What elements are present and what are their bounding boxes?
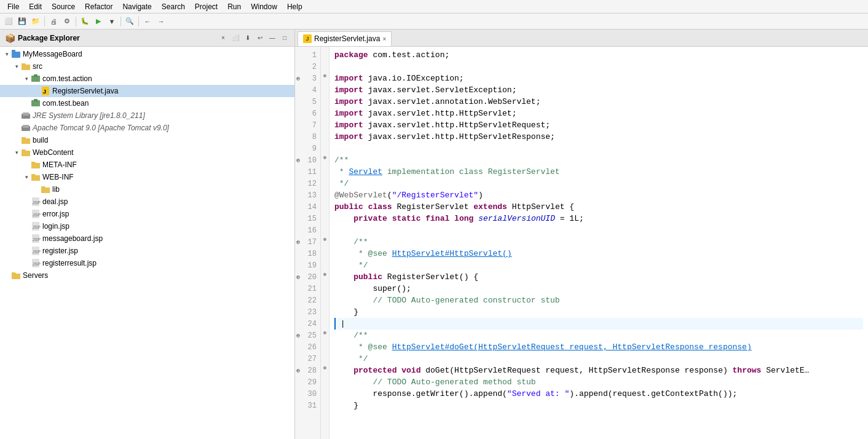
- code-line-14[interactable]: public class RegisterServlet extends Htt…: [334, 201, 863, 213]
- tab-close-button[interactable]: ×: [382, 36, 386, 42]
- code-line-27[interactable]: */: [334, 353, 863, 365]
- code-line-2[interactable]: [334, 61, 863, 73]
- menubar: File Edit Source Refactor Navigate Searc…: [0, 0, 868, 14]
- tree-item-RegisterServlet.java[interactable]: JRegisterServlet.java: [0, 85, 294, 97]
- tree-toggle-WEB-INF[interactable]: ▾: [22, 173, 31, 181]
- line-num-29: 29: [295, 376, 320, 388]
- code-line-22[interactable]: // TODO Auto-generated constructor stub: [334, 295, 863, 306]
- code-line-30[interactable]: response.getWriter().append("Served at: …: [334, 388, 863, 400]
- save-button[interactable]: 💾: [16, 15, 28, 28]
- forward-button[interactable]: →: [155, 15, 167, 28]
- code-line-15[interactable]: private static final long serialVersionU…: [334, 213, 863, 224]
- code-line-4[interactable]: import javax.servlet.ServletException;: [334, 84, 863, 96]
- gutter-5: [321, 93, 329, 105]
- panel-minimize2-button[interactable]: —: [267, 33, 277, 43]
- code-line-16[interactable]: [334, 224, 863, 236]
- code-line-18[interactable]: * @see HttpServlet#HttpServlet(): [334, 248, 863, 259]
- panel-menu-button[interactable]: ⬇: [243, 33, 253, 43]
- tree-item-jre[interactable]: JRE System Library [jre1.8.0_211]: [0, 109, 294, 122]
- tree-toggle-src[interactable]: ▾: [12, 62, 21, 71]
- code-line-26[interactable]: * @see HttpServlet#doGet(HttpServletRequ…: [334, 341, 863, 353]
- new-button[interactable]: ⬜: [2, 15, 15, 28]
- tree-label-META-INF: META-INF: [42, 160, 77, 169]
- search-button[interactable]: 🔍: [124, 15, 136, 28]
- tree-item-WEB-INF[interactable]: ▾WEB-INF: [0, 171, 294, 183]
- code-line-6[interactable]: import javax.servlet.http.HttpServlet;: [334, 108, 863, 119]
- panel-maximize-button[interactable]: □: [280, 33, 290, 43]
- editor-tab-registerservlet[interactable]: J RegisterServlet.java ×: [298, 31, 392, 46]
- tree-item-META-INF[interactable]: META-INF: [0, 159, 294, 171]
- tree-toggle-tomcat: [12, 124, 21, 132]
- line-num-9: 9: [295, 143, 320, 154]
- tree-item-lib[interactable]: lib: [0, 183, 294, 196]
- code-line-3[interactable]: import java.io.IOException;: [334, 73, 863, 84]
- code-line-31[interactable]: }: [334, 400, 863, 411]
- tree-item-login.jsp[interactable]: JSPlogin.jsp: [0, 220, 294, 232]
- menu-search[interactable]: Search: [157, 1, 190, 12]
- save-all-button[interactable]: 📁: [30, 15, 42, 28]
- panel-sync-button[interactable]: ↩: [255, 33, 265, 43]
- tree-item-deal.jsp[interactable]: JSPdeal.jsp: [0, 196, 294, 208]
- tree-item-mymessageboard[interactable]: ▾MyMessageBoard: [0, 48, 294, 60]
- tree-item-com.test.action[interactable]: ▾com.test.action: [0, 73, 294, 85]
- tree-label-deal.jsp: deal.jsp: [42, 197, 68, 206]
- tree-toggle-com.test.bean: [22, 99, 31, 108]
- menu-source[interactable]: Source: [47, 1, 80, 12]
- menu-help[interactable]: Help: [282, 1, 307, 12]
- menu-project[interactable]: Project: [190, 1, 223, 12]
- tree-item-error.jsp[interactable]: JSPerror.jsp: [0, 208, 294, 220]
- code-line-17[interactable]: /**: [334, 236, 863, 248]
- print-button[interactable]: 🖨: [47, 15, 60, 28]
- tree-toggle-WebContent[interactable]: ▾: [12, 148, 21, 157]
- tree-item-Servers[interactable]: Servers: [0, 269, 294, 282]
- code-line-20[interactable]: public RegisterServlet() {: [334, 271, 863, 283]
- panel-collapse-button[interactable]: ⬜: [231, 33, 240, 43]
- code-line-9[interactable]: [334, 143, 863, 154]
- code-content[interactable]: package com.test.action;import java.io.I…: [329, 47, 868, 439]
- code-line-29[interactable]: // TODO Auto-generated method stub: [334, 376, 863, 388]
- menu-refactor[interactable]: Refactor: [80, 1, 117, 12]
- menu-run[interactable]: Run: [223, 1, 246, 12]
- tree-toggle-com.test.action[interactable]: ▾: [22, 74, 31, 83]
- code-line-1[interactable]: package com.test.action;: [334, 49, 863, 61]
- code-line-11[interactable]: * Servlet implementation class RegisterS…: [334, 166, 863, 178]
- run-dropdown[interactable]: ▼: [106, 15, 118, 28]
- tree-item-com.test.bean[interactable]: com.test.bean: [0, 97, 294, 109]
- tree-item-build[interactable]: build: [0, 134, 294, 146]
- tree-toggle-mymessageboard[interactable]: ▾: [2, 50, 11, 58]
- tree-item-tomcat[interactable]: Apache Tomcat 9.0 [Apache Tomcat v9.0]: [0, 122, 294, 134]
- panel-title: Package Explorer: [18, 34, 216, 42]
- code-line-23[interactable]: }: [334, 306, 863, 318]
- code-line-8[interactable]: import javax.servlet.http.HttpServletRes…: [334, 131, 863, 143]
- tree-item-messageboard.jsp[interactable]: JSPmessageboard.jsp: [0, 232, 294, 245]
- code-line-28[interactable]: protected void doGet(HttpServletRequest …: [334, 365, 863, 376]
- line-num-3: 3: [295, 73, 320, 84]
- code-editor[interactable]: 1234567891011121314151617181920212223242…: [295, 47, 868, 439]
- run-button[interactable]: ▶: [92, 15, 105, 28]
- code-line-5[interactable]: import javax.servlet.annotation.WebServl…: [334, 96, 863, 108]
- code-line-10[interactable]: /**: [334, 154, 863, 166]
- tree-item-registerresult.jsp[interactable]: JSPregisterresult.jsp: [0, 257, 294, 269]
- tree-item-WebContent[interactable]: ▾WebContent: [0, 146, 294, 159]
- menu-navigate[interactable]: Navigate: [117, 1, 156, 12]
- panel-minimize-button[interactable]: ×: [218, 33, 228, 43]
- tree-item-register.jsp[interactable]: JSPregister.jsp: [0, 245, 294, 257]
- code-line-25[interactable]: /**: [334, 330, 863, 341]
- properties-button[interactable]: ⚙: [61, 15, 73, 28]
- menu-window[interactable]: Window: [246, 1, 282, 12]
- menu-edit[interactable]: Edit: [24, 1, 47, 12]
- debug-button[interactable]: 🐛: [79, 15, 91, 28]
- code-line-7[interactable]: import javax.servlet.http.HttpServletReq…: [334, 119, 863, 131]
- svg-text:JSP: JSP: [33, 225, 41, 229]
- code-line-21[interactable]: super();: [334, 283, 863, 295]
- tree-item-src[interactable]: ▾src: [0, 60, 294, 73]
- svg-rect-1: [12, 50, 15, 52]
- gutter-22: [321, 292, 329, 304]
- code-line-24[interactable]: |: [334, 318, 863, 330]
- gutter-8: [321, 129, 329, 140]
- code-line-13[interactable]: @WebServlet("/RegisterServlet"): [334, 189, 863, 201]
- menu-file[interactable]: File: [2, 1, 24, 12]
- code-line-12[interactable]: */: [334, 178, 863, 189]
- back-button[interactable]: ←: [141, 15, 154, 28]
- code-line-19[interactable]: */: [334, 259, 863, 271]
